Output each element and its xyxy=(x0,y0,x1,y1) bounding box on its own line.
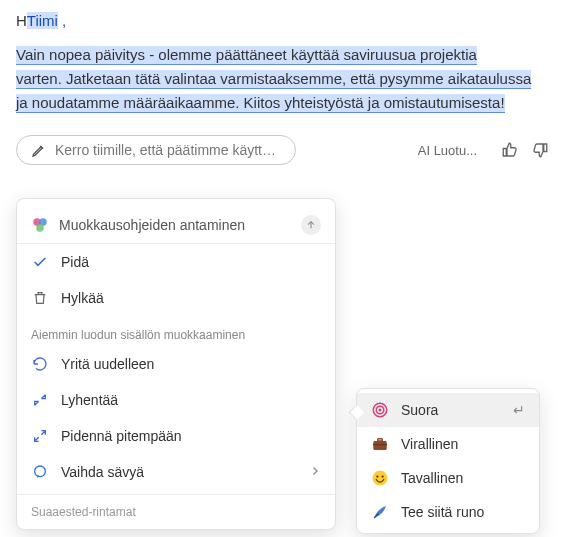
tone-formal-label: Virallinen xyxy=(401,436,458,452)
svg-point-12 xyxy=(382,475,384,477)
thumbs-down-icon[interactable] xyxy=(531,141,549,159)
tone-submenu: Suora ↵ Virallinen Tavallinen Tee siitä … xyxy=(356,388,540,534)
dropdown-footer: Suaaested-rintamat xyxy=(17,494,335,521)
dropdown-header[interactable]: Muokkausohjeiden antaminen xyxy=(17,207,335,244)
prompt-input[interactable]: Kerro tiimille, että päätimme käyttää... xyxy=(16,135,296,165)
tone-formal[interactable]: Virallinen xyxy=(357,427,539,461)
svg-point-6 xyxy=(379,409,382,412)
greeting-prefix: H xyxy=(16,12,27,29)
body-line-1[interactable]: Vain nopea päivitys - olemme päättäneet … xyxy=(16,46,477,65)
submit-icon[interactable] xyxy=(301,215,321,235)
menu-keep-label: Pidä xyxy=(61,254,89,270)
thumbs-up-icon[interactable] xyxy=(501,141,519,159)
body-line-3[interactable]: ja noudatamme määräaikaamme. Kiitos yhte… xyxy=(16,94,505,113)
menu-shorten-label: Lyhentää xyxy=(61,392,118,408)
prompt-placeholder: Kerro tiimille, että päätimme käyttää... xyxy=(55,142,281,158)
menu-lengthen-label: Pidennä pitempään xyxy=(61,428,182,444)
trash-icon xyxy=(31,289,49,307)
ai-generated-label: AI Luotu... xyxy=(418,143,477,158)
copilot-dropdown: Muokkausohjeiden antaminen Pidä Hylkää A… xyxy=(16,198,336,530)
dropdown-header-text: Muokkausohjeiden antaminen xyxy=(59,217,301,233)
target-icon xyxy=(371,401,389,419)
tone-poem-label: Tee siitä runo xyxy=(401,504,484,520)
menu-retry-label: Yritä uudelleen xyxy=(61,356,154,372)
body-line-2[interactable]: varten. Jatketaan tätä valintaa varmista… xyxy=(16,70,531,89)
menu-keep[interactable]: Pidä xyxy=(17,244,335,280)
chevron-right-icon xyxy=(309,464,321,480)
greeting-comma: , xyxy=(62,12,66,29)
menu-lengthen[interactable]: Pidennä pitempään xyxy=(17,418,335,454)
menu-change-tone[interactable]: Vaihda sävyä xyxy=(17,454,335,490)
briefcase-icon xyxy=(371,435,389,453)
pencil-icon xyxy=(31,142,47,158)
tone-poem[interactable]: Tee siitä runo xyxy=(357,495,539,529)
smile-icon xyxy=(371,469,389,487)
quill-icon xyxy=(371,503,389,521)
menu-discard[interactable]: Hylkää xyxy=(17,280,335,316)
tone-direct-label: Suora xyxy=(401,402,438,418)
tone-casual[interactable]: Tavallinen xyxy=(357,461,539,495)
menu-shorten[interactable]: Lyhentää xyxy=(17,382,335,418)
svg-point-10 xyxy=(373,471,388,486)
shorten-icon xyxy=(31,391,49,409)
tone-casual-label: Tavallinen xyxy=(401,470,463,486)
menu-retry[interactable]: Yritä uudelleen xyxy=(17,346,335,382)
copilot-icon xyxy=(31,216,49,234)
svg-rect-9 xyxy=(373,444,387,446)
chat-icon xyxy=(31,463,49,481)
menu-change-tone-label: Vaihda sävyä xyxy=(61,464,144,480)
enter-icon: ↵ xyxy=(513,402,525,418)
tone-direct[interactable]: Suora ↵ xyxy=(357,393,539,427)
svg-point-2 xyxy=(36,224,44,232)
check-icon xyxy=(31,253,49,271)
body-text[interactable]: Vain nopea päivitys - olemme päättäneet … xyxy=(16,43,549,115)
refresh-icon xyxy=(31,355,49,373)
dropdown-section-label: Aiemmin luodun sisällön muokkaaminen xyxy=(17,316,335,346)
greeting-name[interactable]: Tiimi xyxy=(27,12,58,29)
prompt-row: Kerro tiimille, että päätimme käyttää...… xyxy=(16,135,549,165)
svg-rect-8 xyxy=(378,439,383,441)
svg-point-11 xyxy=(376,475,378,477)
greeting-line: HTiimi, xyxy=(16,12,549,29)
lengthen-icon xyxy=(31,427,49,445)
menu-discard-label: Hylkää xyxy=(61,290,104,306)
